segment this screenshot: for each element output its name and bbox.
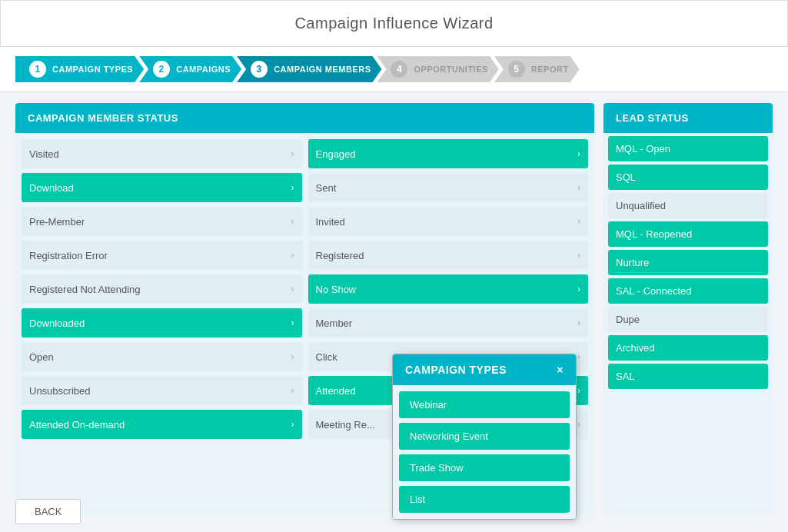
modal-overlay: CAMPAIGN TYPES × Webinar Networking Even… <box>0 0 788 532</box>
modal-close-button[interactable]: × <box>557 364 564 376</box>
campaign-types-modal: CAMPAIGN TYPES × Webinar Networking Even… <box>392 354 577 520</box>
campaign-type-networking-event[interactable]: Networking Event <box>399 423 570 450</box>
modal-title: CAMPAIGN TYPES <box>405 364 507 376</box>
modal-header: CAMPAIGN TYPES × <box>393 354 576 385</box>
campaign-type-webinar[interactable]: Webinar <box>399 391 570 418</box>
modal-body: Webinar Networking Event Trade Show List <box>393 385 576 519</box>
main-container: Campaign Influence Wizard 1 CAMPAIGN TYP… <box>0 0 788 532</box>
campaign-type-trade-show[interactable]: Trade Show <box>399 454 570 481</box>
campaign-type-list[interactable]: List <box>399 486 570 513</box>
